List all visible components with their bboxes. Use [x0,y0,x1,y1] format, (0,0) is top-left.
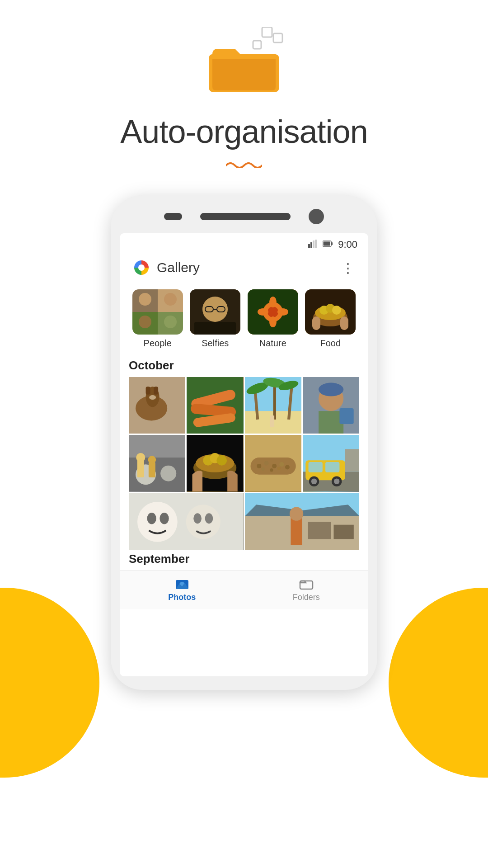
svg-point-96 [334,479,340,485]
svg-point-31 [277,308,288,316]
phone-outer: 9:00 Gallery ⋮ [111,195,377,690]
svg-point-17 [139,316,151,328]
category-people-label: People [144,338,172,349]
nav-folders-label: Folders [293,593,320,602]
october-photo-grid [129,377,359,550]
svg-point-71 [148,456,156,464]
svg-point-104 [205,513,213,524]
svg-point-29 [269,316,277,327]
app-header-left: Gallery [132,259,200,277]
svg-point-18 [164,316,177,328]
svg-rect-53 [273,383,276,420]
header-area: Auto-organisation [0,0,488,186]
svg-point-27 [267,307,278,317]
svg-point-67 [160,466,176,481]
photo-horse[interactable] [129,377,185,434]
svg-rect-111 [333,524,353,539]
category-nature[interactable]: Nature [248,289,298,349]
category-food-thumb [305,289,356,335]
svg-rect-39 [340,316,348,330]
month-october-label: October [129,359,359,373]
folder-icon-wrap [208,36,280,99]
category-selfies-thumb [190,289,240,335]
app-header: Gallery ⋮ [120,254,368,285]
svg-point-101 [147,513,156,524]
nav-folders[interactable]: Folders [293,577,320,602]
svg-rect-1 [273,33,282,42]
photo-woman[interactable] [303,377,359,434]
svg-point-87 [277,467,281,470]
svg-rect-9 [324,242,330,246]
camera-dot [309,209,324,224]
categories-row: People Se [120,285,368,351]
photo-palms[interactable] [245,377,301,434]
svg-rect-21 [194,322,236,335]
speaker-left [164,213,182,220]
category-food[interactable]: Food [305,289,356,349]
photo-mural[interactable] [129,435,185,491]
svg-rect-38 [312,316,320,330]
svg-rect-97 [345,449,359,472]
svg-rect-68 [137,461,144,478]
svg-point-45 [149,395,156,400]
svg-rect-92 [325,462,339,472]
photo-bowl[interactable] [187,435,243,491]
svg-rect-110 [308,522,331,539]
category-selfies[interactable]: Selfies [190,289,240,349]
svg-point-85 [261,467,265,471]
category-people-thumb [132,289,183,335]
status-time: 9:00 [338,239,357,250]
svg-point-99 [137,502,178,542]
svg-marker-5 [313,241,314,248]
svg-point-30 [258,308,268,316]
battery-icon [323,240,333,249]
nav-photos[interactable]: Photos [168,577,196,602]
svg-rect-69 [149,462,155,477]
month-september-label: September [129,552,359,566]
folders-nav-icon [299,577,314,590]
phone-mockup: 9:00 Gallery ⋮ [0,186,488,690]
phone-screen: 9:00 Gallery ⋮ [120,233,368,676]
category-selfies-label: Selfies [202,338,229,349]
svg-point-83 [279,462,284,467]
svg-point-28 [269,297,277,307]
svg-point-109 [289,507,303,520]
svg-point-80 [257,464,261,468]
svg-rect-0 [262,27,272,37]
svg-point-37 [332,306,341,315]
svg-rect-44 [154,387,158,395]
menu-button[interactable]: ⋮ [341,260,356,276]
svg-rect-58 [270,415,274,427]
signal-icon [308,240,317,250]
app-name: Gallery [157,260,200,275]
svg-rect-91 [308,462,322,472]
photo-carrots[interactable] [187,377,243,434]
svg-point-16 [164,293,177,306]
photos-nav-icon [175,577,189,590]
month-october-section: October [120,351,368,550]
svg-point-86 [270,468,273,472]
nav-photos-label: Photos [168,593,196,602]
svg-rect-63 [339,408,353,424]
svg-point-15 [139,293,151,306]
svg-point-95 [311,479,317,485]
category-food-label: Food [320,338,341,349]
svg-rect-43 [146,387,150,395]
svg-point-102 [160,513,169,524]
photo-art[interactable] [129,493,244,551]
category-nature-label: Nature [259,338,286,349]
photo-taxi[interactable] [303,435,359,491]
svg-marker-6 [315,240,317,248]
category-people[interactable]: People [132,289,183,349]
svg-point-103 [193,513,202,524]
squares-decoration-icon [244,27,285,59]
svg-point-82 [272,464,277,468]
svg-rect-2 [253,41,261,49]
speaker-main [200,213,291,220]
photo-seeds[interactable] [245,435,301,491]
svg-rect-8 [331,242,333,245]
photo-market[interactable] [245,493,360,551]
svg-marker-4 [310,242,312,248]
svg-point-81 [264,461,268,466]
svg-point-84 [285,465,289,470]
